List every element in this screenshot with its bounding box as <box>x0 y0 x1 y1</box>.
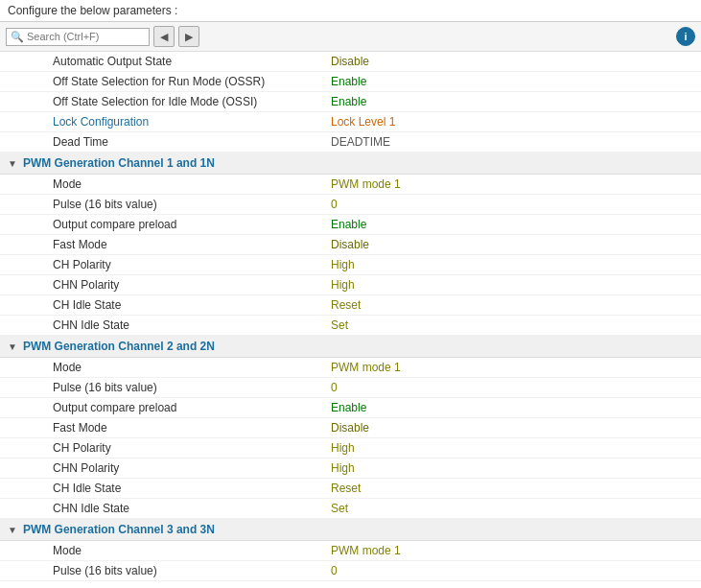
section-ch2-params: Mode PWM mode 1 Pulse (16 bits value) 0 … <box>0 358 701 519</box>
collapse-arrow-ch3: ▼ <box>8 525 17 535</box>
configure-header: Configure the below parameters : <box>0 0 701 22</box>
param-row: CH Polarity High <box>0 438 701 459</box>
section-ch2-header[interactable]: ▼ PWM Generation Channel 2 and 2N <box>0 336 701 358</box>
param-row: Off State Selection for Run Mode (OSSR) … <box>0 72 701 92</box>
collapse-arrow-ch1: ▼ <box>8 158 17 169</box>
search-input[interactable] <box>27 31 142 42</box>
param-row: Output compare preload Enable <box>0 215 701 235</box>
param-row: Pulse (16 bits value) 0 <box>0 378 701 398</box>
param-row: Mode PWM mode 1 <box>0 175 701 195</box>
param-row: Pulse (16 bits value) 0 <box>0 195 701 215</box>
next-button[interactable]: ▶ <box>178 26 199 47</box>
param-row: Lock Configuration Lock Level 1 <box>0 112 701 132</box>
search-bar: 🔍 ◀ ▶ i <box>0 22 701 52</box>
param-row: Mode PWM mode 1 <box>0 541 701 561</box>
param-row: CHN Idle State Set <box>0 316 701 336</box>
section-ch3-label: PWM Generation Channel 3 and 3N <box>23 523 215 536</box>
param-row: Fast Mode Disable <box>0 235 701 255</box>
param-row: Output compare preload Enable <box>0 398 701 418</box>
section-ch1-header[interactable]: ▼ PWM Generation Channel 1 and 1N <box>0 153 701 175</box>
search-input-wrapper: 🔍 <box>6 28 150 46</box>
content-area: Automatic Output State Disable Off State… <box>0 52 701 582</box>
param-row: CH Idle State Reset <box>0 479 701 499</box>
param-row: Automatic Output State Disable <box>0 52 701 72</box>
section-ch2-label: PWM Generation Channel 2 and 2N <box>23 340 215 353</box>
param-row: CHN Polarity High <box>0 275 701 295</box>
prev-button[interactable]: ◀ <box>153 26 175 47</box>
general-params: Automatic Output State Disable Off State… <box>0 52 701 153</box>
param-row: Pulse (16 bits value) 0 <box>0 561 701 581</box>
param-row: Mode PWM mode 1 <box>0 358 701 378</box>
param-row: Fast Mode Disable <box>0 418 701 438</box>
section-ch1-params: Mode PWM mode 1 Pulse (16 bits value) 0 … <box>0 175 701 336</box>
section-ch1-label: PWM Generation Channel 1 and 1N <box>23 156 215 170</box>
param-row: Dead Time DEADTIME <box>0 132 701 153</box>
param-row: Output compare preload Enable <box>0 581 701 582</box>
collapse-arrow-ch2: ▼ <box>8 341 17 352</box>
info-button[interactable]: i <box>676 27 695 46</box>
param-row: CH Polarity High <box>0 255 701 275</box>
param-row: Off State Selection for Idle Mode (OSSI)… <box>0 92 701 112</box>
section-ch3-params: Mode PWM mode 1 Pulse (16 bits value) 0 … <box>0 541 701 582</box>
param-row: CHN Idle State Set <box>0 499 701 519</box>
search-icon: 🔍 <box>11 31 24 43</box>
param-row: CHN Polarity High <box>0 459 701 479</box>
section-ch3-header[interactable]: ▼ PWM Generation Channel 3 and 3N <box>0 519 701 541</box>
param-row: CH Idle State Reset <box>0 295 701 316</box>
